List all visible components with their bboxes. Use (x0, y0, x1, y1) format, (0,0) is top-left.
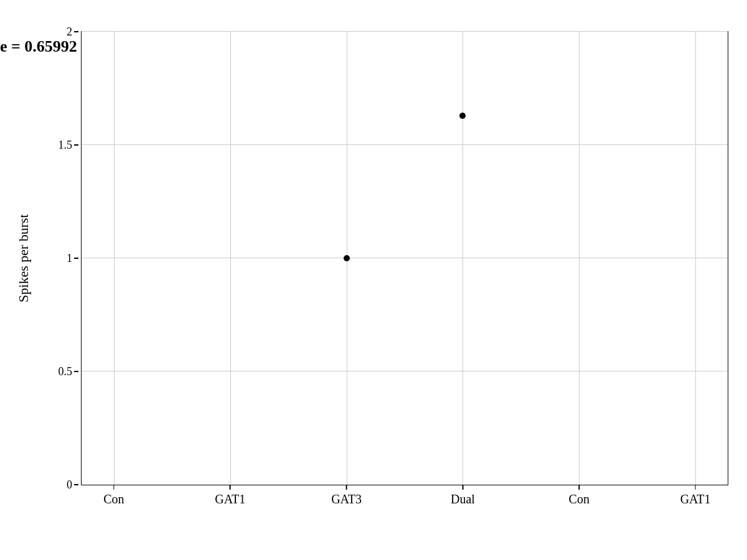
x-tick-con2: Con (569, 485, 590, 506)
x-tick-gat1-1: GAT1 (215, 485, 245, 506)
x-label-con1: Con (103, 492, 124, 506)
vgridline-5 (579, 32, 580, 485)
x-label-gat3: GAT3 (331, 492, 362, 506)
y-label-1: 1 (55, 252, 72, 265)
data-point-dual (459, 113, 466, 119)
x-label-gat1-1: GAT1 (215, 492, 245, 506)
y-label-2: 2 (55, 26, 72, 39)
vgridline-4 (463, 32, 463, 485)
y-axis-label: Spikes per burst (16, 214, 32, 302)
plot-area: 0 0.5 1 1.5 2 (81, 31, 728, 485)
y-label-15: 1.5 (55, 139, 72, 152)
x-tick-dual: Dual (451, 485, 475, 506)
x-tick-con1: Con (103, 485, 124, 506)
chart-container: e = 0.65992 Spikes per burst 0 0.5 (0, 0, 747, 560)
gridline-025 (82, 371, 728, 371)
gridline-100 (82, 31, 728, 32)
y-label-0: 0 (55, 478, 72, 492)
x-label-dual: Dual (451, 492, 475, 506)
x-label-con2: Con (569, 492, 590, 506)
x-tick-gat3: GAT3 (331, 485, 362, 506)
vgridline-2 (230, 32, 231, 485)
vgridline-6 (695, 32, 696, 485)
y-label-05: 0.5 (55, 365, 72, 378)
vgridline-1 (114, 32, 115, 485)
x-tick-gat1-2: GAT1 (680, 485, 711, 506)
x-label-gat1-2: GAT1 (680, 492, 711, 506)
data-point-gat3 (344, 255, 350, 261)
gridline-075 (82, 144, 728, 145)
gridline-050 (82, 258, 728, 258)
